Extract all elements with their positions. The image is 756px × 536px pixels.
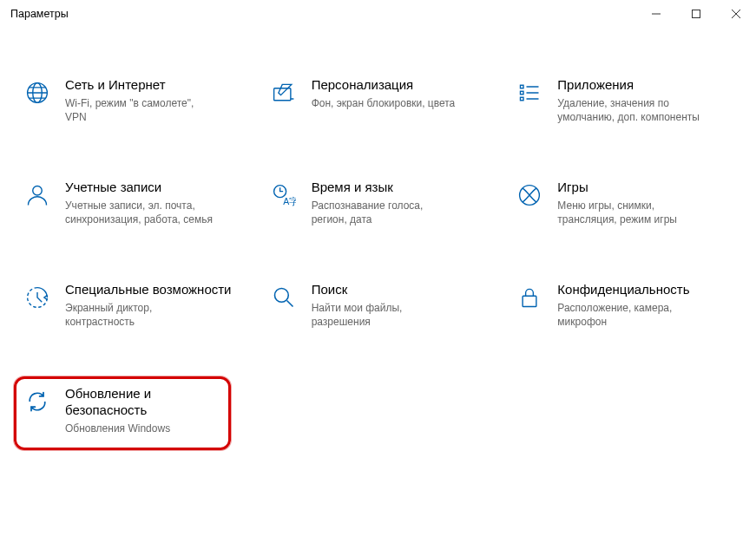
tile-gaming[interactable]: Игры Меню игры, снимки, трансляция, режи… <box>506 172 742 234</box>
titlebar-buttons <box>636 0 756 28</box>
minimize-icon <box>652 10 661 18</box>
tile-apps[interactable]: Приложения Удаление, значения по умолчан… <box>506 69 742 132</box>
close-icon <box>732 10 740 18</box>
tile-title: Сеть и Интернет <box>65 77 213 94</box>
tile-title: Время и язык <box>312 180 459 196</box>
settings-content: Сеть и Интернет Wi-Fi, режим "в самолете… <box>0 28 756 536</box>
tile-network[interactable]: Сеть и Интернет Wi-Fi, режим "в самолете… <box>14 69 250 132</box>
svg-rect-5 <box>521 91 524 95</box>
tile-subtitle: Расположение, камера, микрофон <box>557 301 705 329</box>
svg-text:A字: A字 <box>283 197 296 207</box>
tile-ease-of-access[interactable]: Специальные возможности Экранный диктор,… <box>14 274 250 337</box>
tile-update-security[interactable]: Обновление и безопасность Обновления Win… <box>14 376 231 450</box>
tile-time-language[interactable]: A字 Время и язык Распознавание голоса, ре… <box>260 172 496 234</box>
apps-list-icon <box>516 79 543 107</box>
globe-icon <box>23 79 51 107</box>
window-title: Параметры <box>10 8 69 20</box>
tile-privacy[interactable]: Конфиденциальность Расположение, камера,… <box>506 274 742 337</box>
svg-rect-6 <box>521 97 524 101</box>
close-button[interactable] <box>716 0 756 28</box>
tile-title: Поиск <box>312 282 459 298</box>
tile-title: Персонализация <box>312 77 456 94</box>
tile-title: Учетные записи <box>65 180 213 196</box>
time-language-icon: A字 <box>270 181 298 209</box>
tile-subtitle: Фон, экран блокировки, цвета <box>312 96 456 110</box>
tile-title: Обновление и безопасность <box>65 386 221 419</box>
maximize-icon <box>692 10 700 18</box>
person-icon <box>23 181 51 209</box>
tile-search[interactable]: Поиск Найти мои файлы, разрешения <box>260 274 496 337</box>
xbox-icon <box>516 181 543 209</box>
tile-accounts[interactable]: Учетные записи Учетные записи, эл. почта… <box>14 172 250 234</box>
svg-point-11 <box>274 289 288 303</box>
tile-subtitle: Экранный диктор, контрастность <box>65 301 213 329</box>
tile-subtitle: Распознавание голоса, регион, дата <box>312 199 459 226</box>
tile-title: Конфиденциальность <box>557 282 705 298</box>
lock-icon <box>516 284 543 311</box>
svg-rect-12 <box>523 297 536 307</box>
tile-subtitle: Меню игры, снимки, трансляция, режим игр… <box>557 199 705 226</box>
paintbrush-icon <box>270 79 298 107</box>
tile-subtitle: Удаление, значения по умолчанию, доп. ко… <box>557 96 705 124</box>
tile-subtitle: Учетные записи, эл. почта, синхронизация… <box>65 199 213 226</box>
minimize-button[interactable] <box>636 0 676 28</box>
tile-personalization[interactable]: Персонализация Фон, экран блокировки, цв… <box>260 69 496 132</box>
tile-subtitle: Найти мои файлы, разрешения <box>312 301 459 329</box>
titlebar: Параметры <box>0 0 756 28</box>
tile-title: Приложения <box>557 77 705 94</box>
svg-rect-4 <box>521 85 524 88</box>
tile-subtitle: Обновления Windows <box>65 422 213 435</box>
tile-subtitle: Wi-Fi, режим "в самолете", VPN <box>65 96 213 124</box>
svg-rect-0 <box>693 10 700 18</box>
sync-icon <box>23 388 51 415</box>
tile-title: Игры <box>557 180 705 196</box>
maximize-button[interactable] <box>676 0 716 28</box>
ease-of-access-icon <box>23 284 51 311</box>
svg-point-7 <box>33 186 43 196</box>
tile-title: Специальные возможности <box>65 282 232 298</box>
search-icon <box>270 284 298 311</box>
